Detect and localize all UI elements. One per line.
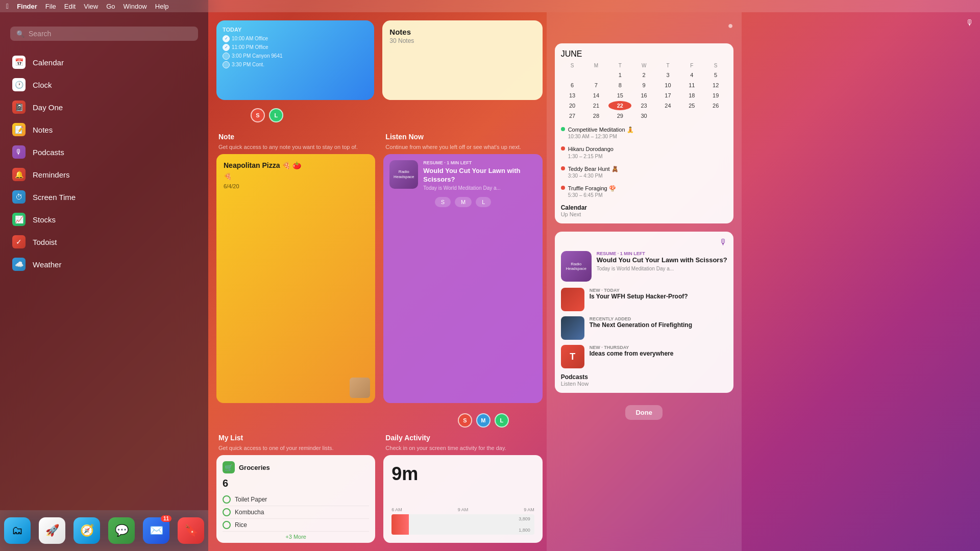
more-link[interactable]: +3 More [223,534,369,540]
sidebar-item-label: Clock [33,81,52,89]
close-right-panel[interactable]: ● [555,20,733,31]
reminder-circle [223,508,231,516]
daily-activity-section: Daily Activity Check in on your screen t… [383,434,542,543]
dock-safari[interactable]: 🧭 [74,517,100,544]
cal-day[interactable]: 18 [680,91,703,100]
sidebar-item-stocks[interactable]: 📈 Stocks [0,208,208,231]
val-1800: 1,800 [519,528,530,533]
notes-widget[interactable]: Notes 30 Notes [382,20,542,100]
prw-list-item-2[interactable]: T NEW · THURSDAY Ideas come from everywh… [561,345,727,368]
cal-day[interactable]: 1 [608,70,631,80]
apple-menu[interactable]:  [6,2,9,10]
activity-header: Daily Activity [383,434,542,442]
menu-help[interactable]: Help [155,3,169,10]
prw-list-item-1[interactable]: RECENTLY ADDED The Next Generation of Fi… [561,316,727,340]
cal-day-empty [680,111,703,120]
size-s[interactable]: S [435,197,451,207]
cal-day[interactable]: 25 [680,101,703,110]
cal-event: Teddy Bear Hunt 🧸 3:30 – 4:30 PM [561,164,727,181]
cal-day[interactable]: 8 [608,81,631,90]
sidebar-item-todoist[interactable]: ✓ Todoist [0,231,208,253]
cal-day[interactable]: 15 [608,91,631,100]
cal-footer: Calendar [561,204,727,211]
prw-list-item-0[interactable]: NEW · TODAY Is Your WFH Setup Hacker-Pro… [561,288,727,311]
sidebar-item-calendar[interactable]: 📅 Calendar [0,51,208,73]
sidebar-item-label: Day One [33,103,63,112]
cal-event-dot [561,186,565,190]
mail-badge: 11 [161,515,172,522]
dock-finder[interactable]: 🗂 [4,517,31,544]
dock-launchpad[interactable]: 🚀 [39,517,65,544]
cal-day[interactable]: 21 [585,101,608,110]
sidebar-item-weather[interactable]: ☁️ Weather [0,253,208,276]
note-section: Note Get quick access to any note you wa… [216,133,375,403]
podcasts-icon-listen: 🎙 [966,18,974,28]
event-item: 3:00 PM Canyon 9641 [223,52,368,60]
search-bar[interactable]: 🔍 [10,27,198,41]
sidebar-item-reminders[interactable]: 🔔 Reminders [0,163,208,186]
cal-day[interactable]: 24 [656,101,679,110]
dock-mail[interactable]: ✉️ 11 [143,517,169,544]
dock-app5[interactable]: 🔖 [178,517,204,544]
dock-messages[interactable]: 💬 [108,517,135,544]
size-l[interactable]: L [476,197,491,207]
cal-day-today[interactable]: 22 [608,101,631,110]
sidebar-item-notes[interactable]: 📝 Notes [0,118,208,141]
cal-day[interactable]: 2 [632,70,655,80]
cal-event-text: Truffle Foraging 🍄 5:30 – 6:45 PM [568,185,616,198]
cal-event-title: Hikaru Dorodango [568,145,614,153]
cal-day[interactable]: 9 [632,81,655,90]
cal-day[interactable]: 12 [704,81,727,90]
cal-day[interactable]: 3 [656,70,679,80]
cal-day[interactable]: 17 [656,91,679,100]
cal-day[interactable]: 29 [608,111,631,120]
cal-day[interactable]: 23 [632,101,655,110]
podcast-info: RESUME · 1 MIN LEFT Would You Cut Your L… [423,160,536,191]
cal-day[interactable]: 28 [585,111,608,120]
sidebar-item-clock[interactable]: 🕐 Clock [0,73,208,96]
sidebar-item-podcasts[interactable]: 🎙 Podcasts [0,141,208,163]
podcasts-icon-rw: 🎙 [719,238,727,247]
activity-bar-area: 6 AM 9 AM 9 AM 3,809 1,800 [391,507,534,535]
cal-day[interactable]: 20 [561,101,584,110]
sidebar-item-label: Notes [33,126,53,134]
menu-view[interactable]: View [84,3,98,10]
sidebar-item-label: Stocks [33,215,56,224]
cal-day[interactable]: 5 [704,70,727,80]
cal-events: Competitive Meditation 🧘 10:30 AM – 12:3… [561,124,727,200]
done-button[interactable]: Done [625,405,663,420]
sidebar-item-label: Weather [33,260,61,269]
weather-icon: ☁️ [12,258,26,271]
menu-edit[interactable]: Edit [64,3,76,10]
cal-day[interactable]: 26 [704,101,727,110]
today-widget[interactable]: Today ✓ 10:00 AM Office ✓ 11:00 PM Offic… [216,20,374,100]
size-m[interactable]: M [455,197,472,207]
cal-day[interactable]: 30 [632,111,655,120]
search-input[interactable] [29,30,192,38]
cal-day[interactable]: 6 [561,81,584,90]
cal-day[interactable]: 14 [585,91,608,100]
sidebar-item-label: Calendar [33,58,64,67]
menu-finder[interactable]: Finder [17,3,37,10]
cal-day[interactable]: 10 [656,81,679,90]
cal-day[interactable]: 13 [561,91,584,100]
sidebar-item-dayone[interactable]: 📓 Day One [0,96,208,118]
reminders-card[interactable]: 🛒 Groceries 6 Toilet Paper Kombucha [216,455,375,543]
cal-day[interactable]: 7 [585,81,608,90]
menu-go[interactable]: Go [106,3,115,10]
cal-day[interactable]: 19 [704,91,727,100]
listen-card[interactable]: 🎙 RadioHeadspace RESUME · 1 MIN LEFT Wou… [383,154,542,403]
activity-card[interactable]: 9m 6 AM 9 AM 9 AM 3,809 [383,455,542,543]
cal-day[interactable]: 27 [561,111,584,120]
note-title: Neapolitan Pizza 🍕 🍅 [224,161,368,169]
cal-day[interactable]: 4 [680,70,703,80]
reminders-icon: 🔔 [12,168,26,181]
sidebar-item-screentime[interactable]: ⏱ Screen Time [0,186,208,208]
note-card[interactable]: Neapolitan Pizza 🍕 🍅 🍕 6/4/20 [216,154,375,403]
prw-item-title-2: Ideas come from everywhere [590,350,674,358]
cal-day[interactable]: 16 [632,91,655,100]
sidebar-list: 📅 Calendar 🕐 Clock 📓 Day One 📝 Notes 🎙 P… [0,47,208,280]
menu-file[interactable]: File [45,3,56,10]
cal-day[interactable]: 11 [680,81,703,90]
menu-window[interactable]: Window [124,3,147,10]
